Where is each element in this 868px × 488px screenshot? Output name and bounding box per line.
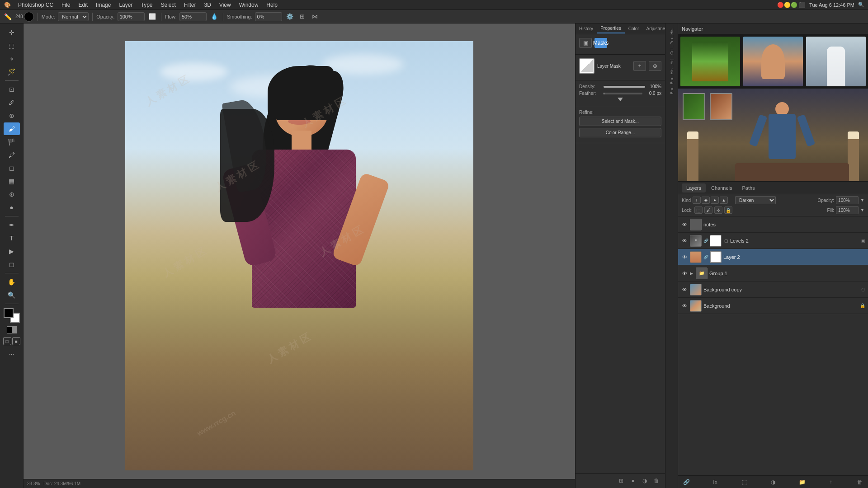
menu-filter[interactable]: Filter bbox=[180, 1, 200, 9]
menu-select[interactable]: Select bbox=[157, 1, 179, 9]
settings-icon[interactable]: ⚙️ bbox=[285, 12, 295, 22]
fill-dropdown[interactable]: ▼ bbox=[860, 208, 864, 212]
eye-group1[interactable]: 👁 bbox=[681, 270, 688, 277]
feather-slider[interactable] bbox=[604, 93, 642, 94]
layer-item-levels2[interactable]: 👁 ≡ 🔗 ▢ Levels 2 ▣ bbox=[678, 233, 868, 249]
menu-3d[interactable]: 3D bbox=[201, 1, 215, 9]
mini-icon-history-2[interactable]: His... bbox=[667, 65, 677, 74]
eye-background[interactable]: 👁 bbox=[681, 302, 688, 310]
mini-icon-color[interactable]: Col... bbox=[667, 45, 677, 54]
menu-help[interactable]: Help bbox=[263, 1, 281, 9]
history-brush-tool[interactable]: 🖍 bbox=[4, 149, 20, 161]
mask-options-btn[interactable]: ⊕ bbox=[649, 61, 661, 71]
kind-filter-pixel[interactable]: ● bbox=[711, 197, 719, 204]
eye-notes[interactable]: 👁 bbox=[681, 221, 688, 228]
magic-wand-tool[interactable]: 🪄 bbox=[4, 66, 20, 78]
tablet-pressure-icon[interactable]: ⊞ bbox=[297, 12, 307, 22]
kind-filter-type[interactable]: T bbox=[693, 197, 701, 204]
zoom-tool[interactable]: 🔍 bbox=[4, 289, 20, 301]
menu-edit[interactable]: Edit bbox=[75, 1, 91, 9]
blend-mode-select[interactable]: Normal Multiply Screen bbox=[58, 12, 89, 21]
lock-all-btn[interactable]: 🔒 bbox=[724, 206, 732, 214]
layer-item-notes[interactable]: 👁 notes bbox=[678, 216, 868, 233]
layer-item-group1[interactable]: 👁 ▶ 📁 Group 1 bbox=[678, 265, 868, 282]
eye-levels2[interactable]: 👁 bbox=[681, 237, 688, 244]
color-swatches[interactable] bbox=[4, 308, 20, 323]
fill-value-layers[interactable] bbox=[836, 206, 859, 214]
group-arrow[interactable]: ▶ bbox=[690, 271, 693, 276]
healing-tool[interactable]: ⊕ bbox=[4, 109, 20, 122]
tab-properties[interactable]: Properties bbox=[597, 24, 625, 33]
add-mask-btn[interactable]: + bbox=[633, 61, 646, 71]
extra-tools[interactable]: ··· bbox=[4, 347, 20, 360]
smoothing-input[interactable] bbox=[255, 12, 282, 21]
quick-mask-button[interactable] bbox=[4, 325, 20, 335]
kind-filter-adj[interactable]: ◈ bbox=[702, 197, 710, 204]
eye-layer2[interactable]: 👁 bbox=[681, 253, 688, 261]
kind-filter-shape[interactable]: ▲ bbox=[720, 197, 728, 204]
screen-mode-normal[interactable]: □ bbox=[3, 337, 11, 345]
menu-window[interactable]: Window bbox=[236, 1, 262, 9]
flow-icon[interactable]: 💧 bbox=[209, 12, 219, 22]
menu-layer[interactable]: Layer bbox=[115, 1, 136, 9]
opacity-input[interactable] bbox=[118, 12, 145, 21]
flow-input[interactable] bbox=[179, 12, 207, 21]
lock-position-btn[interactable]: ✛ bbox=[714, 206, 722, 214]
panel-mask-icon[interactable]: ● bbox=[628, 476, 638, 485]
brush-tool[interactable]: 🖌 bbox=[4, 122, 20, 135]
opacity-dropdown[interactable]: ▼ bbox=[860, 198, 864, 202]
add-mask-footer-btn[interactable]: ⬚ bbox=[740, 478, 749, 487]
select-mask-button[interactable]: Select and Mask... bbox=[579, 117, 661, 126]
tab-layers[interactable]: Layers bbox=[682, 183, 706, 192]
opacity-icon[interactable]: ⬜ bbox=[147, 12, 157, 22]
mini-icon-brush-2[interactable]: Bru... bbox=[667, 85, 677, 94]
eraser-tool[interactable]: ◻ bbox=[4, 162, 20, 174]
panel-invert-icon[interactable]: ◑ bbox=[640, 476, 650, 485]
pixel-view-btn[interactable]: ▣ bbox=[579, 38, 592, 48]
new-layer-btn[interactable]: + bbox=[826, 478, 835, 487]
foreground-color[interactable] bbox=[4, 308, 14, 318]
new-group-btn[interactable]: 📁 bbox=[797, 478, 807, 487]
eyedropper-tool[interactable]: 🖊 bbox=[4, 96, 20, 109]
hand-tool[interactable]: ✋ bbox=[4, 276, 20, 288]
layer-styles-btn[interactable]: fx bbox=[711, 478, 720, 487]
pen-tool[interactable]: ✒ bbox=[4, 219, 20, 231]
mask-view-btn[interactable]: Masks bbox=[594, 38, 607, 48]
lock-image-btn[interactable]: 🖌 bbox=[704, 206, 712, 214]
layer-item-background[interactable]: 👁 Background 🔒 bbox=[678, 298, 868, 314]
blend-mode-layers-select[interactable]: Darken Normal Multiply bbox=[735, 196, 776, 204]
screen-mode-full[interactable]: ■ bbox=[12, 337, 20, 345]
mini-icon-history[interactable]: His... bbox=[667, 25, 677, 34]
tab-channels[interactable]: Channels bbox=[707, 183, 736, 192]
panel-delete-icon[interactable]: 🗑 bbox=[651, 476, 661, 485]
canvas-area[interactable]: 人 素 材 区 人 素 材 区 人 素 材 区 人 素 材 区 人 素 材 区 … bbox=[24, 23, 575, 488]
menu-image[interactable]: Image bbox=[92, 1, 114, 9]
link-layers-btn[interactable]: 🔗 bbox=[682, 478, 691, 487]
mini-icon-brush-1[interactable]: Bru... bbox=[667, 75, 677, 84]
menu-search-icon[interactable]: 🔍 bbox=[858, 2, 864, 8]
blur-tool[interactable]: ⊛ bbox=[4, 188, 20, 201]
clone-stamp-tool[interactable]: 🏴 bbox=[4, 136, 20, 148]
marquee-tool[interactable]: ⬚ bbox=[4, 39, 20, 52]
lock-transparent-btn[interactable]: ⬚ bbox=[694, 206, 703, 214]
tab-paths[interactable]: Paths bbox=[738, 183, 760, 192]
menu-view[interactable]: View bbox=[216, 1, 235, 9]
layer-item-bg-copy[interactable]: 👁 Background copy ◌ bbox=[678, 282, 868, 298]
menu-type[interactable]: Type bbox=[137, 1, 156, 9]
opacity-value-layers[interactable] bbox=[836, 196, 859, 204]
symmetry-icon[interactable]: ⋈ bbox=[310, 12, 320, 22]
nav-thumb-figure[interactable] bbox=[806, 37, 866, 86]
path-select-tool[interactable]: ▶ bbox=[4, 245, 20, 258]
nav-thumb-forest[interactable] bbox=[680, 37, 740, 86]
shape-tool[interactable]: ◻ bbox=[4, 258, 20, 271]
layer-item-layer2[interactable]: 👁 🔗 Layer 2 bbox=[678, 249, 868, 265]
mini-icon-adjustments[interactable]: Adj... bbox=[667, 55, 677, 64]
tab-color[interactable]: Color bbox=[625, 24, 643, 33]
dodge-tool[interactable]: ● bbox=[4, 201, 20, 214]
delete-layer-btn[interactable]: 🗑 bbox=[855, 478, 864, 487]
color-range-button[interactable]: Color Range... bbox=[579, 128, 661, 137]
mask-thumbnail[interactable] bbox=[579, 58, 594, 74]
move-tool[interactable]: ✛ bbox=[4, 26, 20, 39]
menu-photoshop[interactable]: Photoshop CC bbox=[14, 1, 57, 9]
tab-history[interactable]: History bbox=[576, 24, 597, 33]
